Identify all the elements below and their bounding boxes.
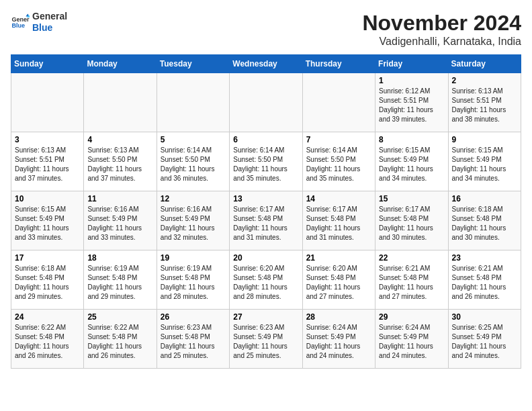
page-header: General Blue General Blue November 2024 …	[11, 11, 521, 48]
calendar-table: SundayMondayTuesdayWednesdayThursdayFrid…	[11, 54, 521, 369]
logo-icon: General Blue	[11, 13, 30, 32]
calendar-cell: 15Sunrise: 6:17 AMSunset: 5:48 PMDayligh…	[375, 191, 448, 250]
calendar-cell: 28Sunrise: 6:24 AMSunset: 5:49 PMDayligh…	[302, 310, 375, 369]
calendar-cell: 12Sunrise: 6:16 AMSunset: 5:49 PMDayligh…	[157, 191, 229, 250]
cell-content: Sunrise: 6:21 AMSunset: 5:48 PMDaylight:…	[379, 264, 444, 302]
calendar-week-5: 24Sunrise: 6:22 AMSunset: 5:48 PMDayligh…	[11, 310, 521, 369]
cell-content: Sunrise: 6:22 AMSunset: 5:48 PMDaylight:…	[87, 323, 152, 361]
calendar-cell: 5Sunrise: 6:14 AMSunset: 5:50 PMDaylight…	[157, 132, 229, 191]
calendar-cell: 30Sunrise: 6:25 AMSunset: 5:49 PMDayligh…	[448, 310, 521, 369]
cell-content: Sunrise: 6:16 AMSunset: 5:49 PMDaylight:…	[87, 205, 152, 242]
cell-content: Sunrise: 6:20 AMSunset: 5:48 PMDaylight:…	[306, 264, 371, 302]
day-number: 1	[379, 76, 444, 85]
calendar-cell: 25Sunrise: 6:22 AMSunset: 5:48 PMDayligh…	[84, 310, 157, 369]
cell-content: Sunrise: 6:13 AMSunset: 5:50 PMDaylight:…	[87, 146, 152, 183]
day-number: 17	[15, 253, 80, 263]
calendar-cell: 4Sunrise: 6:13 AMSunset: 5:50 PMDaylight…	[84, 132, 157, 191]
cell-content: Sunrise: 6:20 AMSunset: 5:48 PMDaylight:…	[233, 264, 298, 302]
day-number: 11	[87, 194, 152, 203]
header-day-sunday: Sunday	[11, 55, 84, 73]
calendar-cell: 10Sunrise: 6:15 AMSunset: 5:49 PMDayligh…	[11, 191, 84, 250]
calendar-cell: 29Sunrise: 6:24 AMSunset: 5:49 PMDayligh…	[375, 310, 448, 369]
cell-content: Sunrise: 6:14 AMSunset: 5:50 PMDaylight:…	[233, 146, 298, 183]
svg-text:Blue: Blue	[11, 22, 25, 29]
cell-content: Sunrise: 6:17 AMSunset: 5:48 PMDaylight:…	[306, 205, 371, 242]
cell-content: Sunrise: 6:24 AMSunset: 5:49 PMDaylight:…	[379, 323, 444, 361]
header-row: SundayMondayTuesdayWednesdayThursdayFrid…	[11, 55, 521, 73]
month-title: November 2024	[362, 11, 521, 36]
calendar-cell: 27Sunrise: 6:23 AMSunset: 5:49 PMDayligh…	[230, 310, 302, 369]
cell-content: Sunrise: 6:15 AMSunset: 5:49 PMDaylight:…	[15, 205, 80, 242]
day-number: 7	[306, 135, 371, 144]
logo-text-general: General	[32, 11, 67, 22]
calendar-cell: 13Sunrise: 6:17 AMSunset: 5:48 PMDayligh…	[230, 191, 302, 250]
day-number: 13	[233, 194, 298, 203]
day-number: 23	[452, 253, 517, 263]
day-number: 10	[15, 194, 80, 203]
day-number: 24	[15, 312, 80, 322]
header-day-thursday: Thursday	[302, 55, 375, 73]
cell-content: Sunrise: 6:23 AMSunset: 5:49 PMDaylight:…	[233, 323, 298, 361]
calendar-cell	[302, 73, 375, 132]
calendar-week-3: 10Sunrise: 6:15 AMSunset: 5:49 PMDayligh…	[11, 191, 521, 250]
calendar-cell: 23Sunrise: 6:21 AMSunset: 5:48 PMDayligh…	[448, 250, 521, 310]
calendar-cell: 7Sunrise: 6:14 AMSunset: 5:50 PMDaylight…	[302, 132, 375, 191]
calendar-cell: 17Sunrise: 6:18 AMSunset: 5:48 PMDayligh…	[11, 250, 84, 310]
header-day-friday: Friday	[375, 55, 448, 73]
day-number: 21	[306, 253, 371, 263]
day-number: 26	[161, 312, 226, 322]
day-number: 2	[452, 76, 517, 85]
logo: General Blue General Blue	[11, 11, 67, 34]
cell-content: Sunrise: 6:15 AMSunset: 5:49 PMDaylight:…	[379, 146, 444, 183]
calendar-cell: 11Sunrise: 6:16 AMSunset: 5:49 PMDayligh…	[84, 191, 157, 250]
day-number: 4	[87, 135, 152, 144]
cell-content: Sunrise: 6:14 AMSunset: 5:50 PMDaylight:…	[306, 146, 371, 183]
day-number: 12	[161, 194, 226, 203]
cell-content: Sunrise: 6:13 AMSunset: 5:51 PMDaylight:…	[452, 87, 517, 124]
calendar-week-4: 17Sunrise: 6:18 AMSunset: 5:48 PMDayligh…	[11, 250, 521, 310]
cell-content: Sunrise: 6:18 AMSunset: 5:48 PMDaylight:…	[452, 205, 517, 242]
cell-content: Sunrise: 6:19 AMSunset: 5:48 PMDaylight:…	[161, 264, 226, 302]
day-number: 15	[379, 194, 444, 203]
day-number: 18	[87, 253, 152, 263]
calendar-cell: 2Sunrise: 6:13 AMSunset: 5:51 PMDaylight…	[448, 73, 521, 132]
cell-content: Sunrise: 6:13 AMSunset: 5:51 PMDaylight:…	[15, 146, 80, 183]
calendar-cell: 3Sunrise: 6:13 AMSunset: 5:51 PMDaylight…	[11, 132, 84, 191]
calendar-cell: 19Sunrise: 6:19 AMSunset: 5:48 PMDayligh…	[157, 250, 229, 310]
header-day-saturday: Saturday	[448, 55, 521, 73]
cell-content: Sunrise: 6:19 AMSunset: 5:48 PMDaylight:…	[87, 264, 152, 302]
header-day-monday: Monday	[84, 55, 157, 73]
day-number: 20	[233, 253, 298, 263]
calendar-cell: 20Sunrise: 6:20 AMSunset: 5:48 PMDayligh…	[230, 250, 302, 310]
day-number: 3	[15, 135, 80, 144]
cell-content: Sunrise: 6:16 AMSunset: 5:49 PMDaylight:…	[161, 205, 226, 242]
day-number: 22	[379, 253, 444, 263]
day-number: 8	[379, 135, 444, 144]
calendar-cell	[11, 73, 84, 132]
cell-content: Sunrise: 6:15 AMSunset: 5:49 PMDaylight:…	[452, 146, 517, 183]
cell-content: Sunrise: 6:18 AMSunset: 5:48 PMDaylight:…	[15, 264, 80, 302]
cell-content: Sunrise: 6:12 AMSunset: 5:51 PMDaylight:…	[379, 87, 444, 124]
calendar-cell: 24Sunrise: 6:22 AMSunset: 5:48 PMDayligh…	[11, 310, 84, 369]
cell-content: Sunrise: 6:17 AMSunset: 5:48 PMDaylight:…	[233, 205, 298, 242]
cell-content: Sunrise: 6:21 AMSunset: 5:48 PMDaylight:…	[452, 264, 517, 302]
day-number: 30	[452, 312, 517, 322]
day-number: 9	[452, 135, 517, 144]
day-number: 29	[379, 312, 444, 322]
cell-content: Sunrise: 6:24 AMSunset: 5:49 PMDaylight:…	[306, 323, 371, 361]
cell-content: Sunrise: 6:25 AMSunset: 5:49 PMDaylight:…	[452, 323, 517, 361]
day-number: 27	[233, 312, 298, 322]
calendar-cell: 1Sunrise: 6:12 AMSunset: 5:51 PMDaylight…	[375, 73, 448, 132]
day-number: 5	[161, 135, 226, 144]
calendar-cell	[157, 73, 229, 132]
day-number: 14	[306, 194, 371, 203]
calendar-cell	[84, 73, 157, 132]
calendar-week-1: 1Sunrise: 6:12 AMSunset: 5:51 PMDaylight…	[11, 73, 521, 132]
title-area: November 2024 Vadigenhalli, Karnataka, I…	[362, 11, 521, 48]
calendar-cell: 14Sunrise: 6:17 AMSunset: 5:48 PMDayligh…	[302, 191, 375, 250]
logo-text-blue: Blue	[32, 22, 67, 34]
cell-content: Sunrise: 6:17 AMSunset: 5:48 PMDaylight:…	[379, 205, 444, 242]
day-number: 25	[87, 312, 152, 322]
cell-content: Sunrise: 6:22 AMSunset: 5:48 PMDaylight:…	[15, 323, 80, 361]
calendar-cell: 21Sunrise: 6:20 AMSunset: 5:48 PMDayligh…	[302, 250, 375, 310]
